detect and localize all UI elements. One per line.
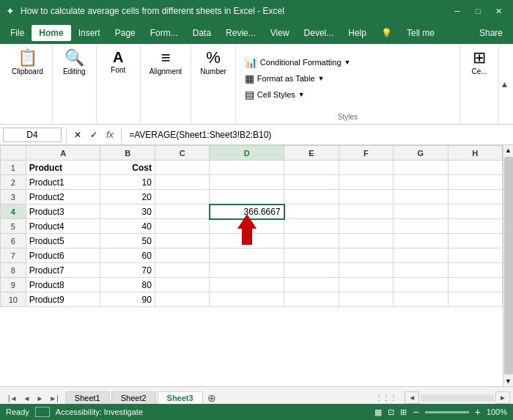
number-button[interactable]: % Number xyxy=(196,47,231,78)
cell-F5[interactable] xyxy=(339,219,393,234)
cell-C6[interactable] xyxy=(155,234,209,248)
cell-G6[interactable] xyxy=(394,234,448,248)
cell-H2[interactable] xyxy=(448,175,503,190)
cell-G5[interactable] xyxy=(394,219,448,234)
cell-F1[interactable] xyxy=(339,161,393,175)
cell-G9[interactable] xyxy=(394,278,448,292)
scroll-up-button[interactable]: ▲ xyxy=(503,145,513,155)
cell-C8[interactable] xyxy=(155,263,209,278)
cell-F6[interactable] xyxy=(339,234,393,248)
cell-A2[interactable]: Product1 xyxy=(26,175,100,190)
cell-C10[interactable] xyxy=(155,292,209,307)
col-header-A[interactable]: A xyxy=(26,146,100,161)
formula-input[interactable] xyxy=(126,128,510,141)
font-button[interactable]: A Font xyxy=(103,47,133,77)
cell-H10[interactable] xyxy=(448,292,503,307)
sheet-tab-sheet2[interactable]: Sheet2 xyxy=(111,391,156,404)
cell-G3[interactable] xyxy=(394,190,448,205)
maximize-button[interactable]: □ xyxy=(469,3,487,19)
cell-styles-button[interactable]: ▤ Cell Styles ▼ xyxy=(242,87,454,102)
cell-B5[interactable]: 40 xyxy=(100,219,155,234)
editing-button[interactable]: 🔍 Editing xyxy=(59,47,90,78)
cell-G1[interactable] xyxy=(394,161,448,175)
cell-D10[interactable] xyxy=(210,292,284,307)
view-pagebreak-icon[interactable]: ⊞ xyxy=(400,408,407,417)
horizontal-scrollbar[interactable] xyxy=(421,394,494,402)
scroll-down-button[interactable]: ▼ xyxy=(503,376,513,386)
scroll-thumb[interactable] xyxy=(504,157,513,375)
menu-view[interactable]: View xyxy=(263,25,297,41)
cell-H9[interactable] xyxy=(448,278,503,292)
cell-H1[interactable] xyxy=(448,161,503,175)
add-sheet-button[interactable]: ⊕ xyxy=(204,392,219,404)
cell-A4[interactable]: Product3 xyxy=(26,205,100,219)
view-page-icon[interactable]: ⊡ xyxy=(388,408,394,417)
cell-B10[interactable]: 90 xyxy=(100,292,155,307)
cell-A10[interactable]: Product9 xyxy=(26,292,100,307)
cell-D8[interactable] xyxy=(210,263,284,278)
zoom-level[interactable]: 100% xyxy=(487,408,507,416)
col-header-G[interactable]: G xyxy=(394,146,448,161)
sheet-tab-sheet1[interactable]: Sheet1 xyxy=(65,391,110,404)
cell-D9[interactable] xyxy=(210,278,284,292)
cell-F9[interactable] xyxy=(339,278,393,292)
cell-A5[interactable]: Product4 xyxy=(26,219,100,234)
minimize-button[interactable]: ─ xyxy=(449,3,466,19)
cell-B4[interactable]: 30 xyxy=(100,205,155,219)
cell-E9[interactable] xyxy=(284,278,339,292)
cell-A3[interactable]: Product2 xyxy=(26,190,100,205)
menu-review[interactable]: Revie... xyxy=(218,25,263,41)
cell-C9[interactable] xyxy=(155,278,209,292)
cell-E10[interactable] xyxy=(284,292,339,307)
zoom-slider[interactable] xyxy=(425,411,469,413)
tab-prev-button[interactable]: ◄ xyxy=(21,393,33,404)
cell-F7[interactable] xyxy=(339,248,393,263)
col-header-F[interactable]: F xyxy=(339,146,393,161)
menu-help[interactable]: Help xyxy=(341,25,374,41)
cell-E2[interactable] xyxy=(284,175,339,190)
cell-H6[interactable] xyxy=(448,234,503,248)
cell-C2[interactable] xyxy=(155,175,209,190)
cell-H5[interactable] xyxy=(448,219,503,234)
cell-B8[interactable]: 70 xyxy=(100,263,155,278)
cell-B1[interactable]: Cost xyxy=(100,161,155,175)
cell-F4[interactable] xyxy=(339,205,393,219)
cell-D1[interactable] xyxy=(210,161,284,175)
tab-next-button[interactable]: ► xyxy=(34,393,45,404)
cell-A8[interactable]: Product7 xyxy=(26,263,100,278)
col-header-C[interactable]: C xyxy=(155,146,209,161)
cells-button[interactable]: ⊞ Ce... xyxy=(465,47,494,78)
cell-H7[interactable] xyxy=(448,248,503,263)
menu-page[interactable]: Page xyxy=(108,25,143,41)
cell-C3[interactable] xyxy=(155,190,209,205)
clipboard-button[interactable]: 📋 Clipboard xyxy=(7,47,48,78)
cell-D2[interactable] xyxy=(210,175,284,190)
cell-F2[interactable] xyxy=(339,175,393,190)
menu-lightbulb[interactable]: 💡 xyxy=(374,25,399,41)
cell-A6[interactable]: Product5 xyxy=(26,234,100,248)
horizontal-scroll-right-button[interactable]: ► xyxy=(495,391,510,404)
cell-C1[interactable] xyxy=(155,161,209,175)
cell-E3[interactable] xyxy=(284,190,339,205)
cell-G7[interactable] xyxy=(394,248,448,263)
cell-D7[interactable] xyxy=(210,248,284,263)
cell-F10[interactable] xyxy=(339,292,393,307)
cell-E5[interactable] xyxy=(284,219,339,234)
menu-format[interactable]: Form... xyxy=(143,25,185,41)
cell-D3[interactable] xyxy=(210,190,284,205)
cell-E6[interactable] xyxy=(284,234,339,248)
cell-D5[interactable] xyxy=(210,219,284,234)
vertical-scrollbar[interactable]: ▲ ▼ xyxy=(503,145,513,386)
cell-D4-selected[interactable]: 366.6667 xyxy=(210,205,284,219)
cell-B9[interactable]: 80 xyxy=(100,278,155,292)
cell-H3[interactable] xyxy=(448,190,503,205)
menu-developer[interactable]: Devel... xyxy=(297,25,342,41)
cell-G2[interactable] xyxy=(394,175,448,190)
zoom-in-button[interactable]: + xyxy=(475,406,481,418)
cell-H4[interactable] xyxy=(448,205,503,219)
menu-share[interactable]: Share xyxy=(472,25,510,41)
menu-insert[interactable]: Insert xyxy=(71,25,108,41)
cell-E7[interactable] xyxy=(284,248,339,263)
cell-B7[interactable]: 60 xyxy=(100,248,155,263)
cell-reference-input[interactable] xyxy=(3,128,62,142)
